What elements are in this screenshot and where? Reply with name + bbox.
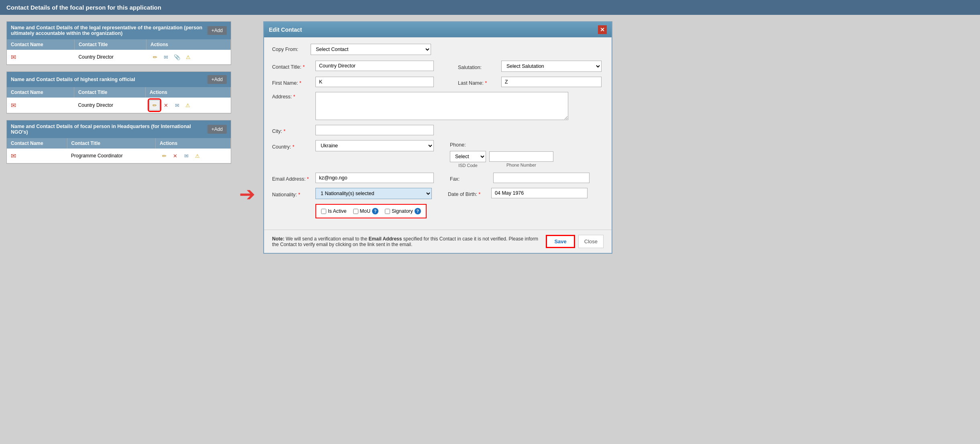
salutation-group: Salutation: Select Salutation Mr. Mrs. M… xyxy=(458,61,602,72)
add-legal-rep-button[interactable]: +Add xyxy=(207,26,227,35)
highest-ranking-table: Contact Name Contact Title Actions ✉ Cou… xyxy=(7,87,231,113)
col-contact-name-2: Contact Name xyxy=(7,87,74,98)
country-select[interactable]: Ukraine xyxy=(315,140,434,151)
note-section: Note: We will send a verification email … xyxy=(264,230,612,253)
add-focal-hq-button[interactable]: +Add xyxy=(207,125,227,134)
contact-name-cell-3: ✉ xyxy=(7,149,67,163)
envelope-button[interactable]: ✉ xyxy=(161,52,171,62)
envelope-icon-3: ✉ xyxy=(184,153,189,159)
dob-input[interactable] xyxy=(491,188,588,198)
col-contact-name: Contact Name xyxy=(7,39,75,50)
mou-label: MoU xyxy=(360,208,370,214)
warning-button-3[interactable]: ⚠ xyxy=(193,151,202,161)
checkboxes-group: Is Active MoU ? Signatory ? xyxy=(315,204,427,218)
city-input[interactable] xyxy=(315,125,434,135)
panel-highest-ranking-title: Name and Contact Details of highest rank… xyxy=(11,77,135,82)
phone-number-wrapper: Phone Number xyxy=(489,151,553,167)
contact-title-salutation-row: Contact Title: * Salutation: Select Salu… xyxy=(272,61,604,72)
col-actions-2: Actions xyxy=(145,87,230,98)
nationality-group: Nationality: * 1 Nationality(s) selected xyxy=(272,188,432,199)
col-contact-title-3: Contact Title xyxy=(67,138,156,149)
add-highest-ranking-button[interactable]: +Add xyxy=(207,75,227,84)
mou-help-icon[interactable]: ? xyxy=(372,208,378,214)
delete-button[interactable]: ✕ xyxy=(161,100,171,110)
contact-title-label: Contact Title: * xyxy=(272,62,312,70)
isd-wrapper: Select ISD Code xyxy=(450,151,486,168)
contact-name-cell-2: ✉ xyxy=(7,98,74,113)
modal-close-button[interactable]: ✕ xyxy=(598,25,607,34)
address-row: Address: * xyxy=(272,92,604,120)
warning-icon-2: ⚠ xyxy=(185,102,190,108)
envelope-button-2[interactable]: ✉ xyxy=(172,100,182,110)
contact-title-cell-3: Programme Coordinator xyxy=(67,149,156,163)
nationality-select[interactable]: 1 Nationality(s) selected xyxy=(315,188,432,199)
envelope-icon-2: ✉ xyxy=(175,102,179,108)
city-row: City: * xyxy=(272,125,604,135)
checkboxes-row-wrapper: Is Active MoU ? Signatory ? xyxy=(315,204,604,218)
last-name-input[interactable] xyxy=(501,77,602,87)
email-fax-row: Email Address: * Fax: xyxy=(272,173,604,183)
country-phone-row: Country: * Ukraine Phone: Select xyxy=(272,140,604,168)
copy-from-row: Copy From: Select Contact xyxy=(272,44,604,55)
warning-button[interactable]: ⚠ xyxy=(183,52,193,62)
delete-button-3[interactable]: ✕ xyxy=(171,151,180,161)
pencil-icon: ✏ xyxy=(153,54,157,60)
is-active-checkbox[interactable] xyxy=(321,209,326,214)
pencil-icon-2: ✏ xyxy=(152,102,157,108)
dob-group: Date of Birth: * xyxy=(448,188,588,198)
contact-title-input[interactable] xyxy=(315,61,434,71)
edit-button-3[interactable]: ✏ xyxy=(160,151,169,161)
panel-legal-rep: Name and Contact Details of the legal re… xyxy=(6,21,231,65)
copy-from-select[interactable]: Select Contact xyxy=(311,44,431,55)
edit-button[interactable]: ✏ xyxy=(150,52,160,62)
fax-input[interactable] xyxy=(493,173,590,183)
email-icon-3: ✉ xyxy=(11,153,16,159)
country-label: Country: * xyxy=(272,142,312,150)
pencil-icon-3: ✏ xyxy=(162,153,167,159)
attachment-button[interactable]: 📎 xyxy=(172,52,182,62)
col-contact-title: Contact Title xyxy=(75,39,146,50)
warning-button-2[interactable]: ⚠ xyxy=(183,100,193,110)
nationality-label: Nationality: * xyxy=(272,190,312,198)
mou-checkbox[interactable] xyxy=(353,209,358,214)
warning-icon-3: ⚠ xyxy=(195,153,200,159)
signatory-help-icon[interactable]: ? xyxy=(415,208,421,214)
col-contact-name-3: Contact Name xyxy=(7,138,67,149)
signatory-checkbox[interactable] xyxy=(385,209,390,214)
country-group: Country: * Ukraine xyxy=(272,140,434,151)
nationality-dob-row: Nationality: * 1 Nationality(s) selected… xyxy=(272,188,604,199)
contact-name-cell: ✉ xyxy=(7,50,75,65)
envelope-icon: ✉ xyxy=(164,54,168,60)
actions-cell: ✏ ✉ 📎 ⚠ xyxy=(146,50,230,65)
warning-icon: ⚠ xyxy=(186,54,191,60)
delete-icon: ✕ xyxy=(164,102,168,108)
isd-code-label: ISD Code xyxy=(458,163,478,168)
phone-number-label: Phone Number xyxy=(506,163,536,167)
address-textarea[interactable] xyxy=(315,92,568,120)
envelope-button-3[interactable]: ✉ xyxy=(181,151,191,161)
email-input[interactable] xyxy=(315,173,434,183)
address-label: Address: * xyxy=(272,92,312,100)
table-row: ✉ Country Director ✏ ✕ ✉ xyxy=(7,98,231,113)
first-name-group: First Name: * xyxy=(272,77,434,87)
right-arrow-icon: ➔ xyxy=(239,183,255,205)
salutation-select[interactable]: Select Salutation Mr. Mrs. Ms. Dr. xyxy=(501,61,602,72)
legal-rep-table: Contact Name Contact Title Actions ✉ Cou… xyxy=(7,39,231,65)
last-name-label: Last Name: * xyxy=(458,78,498,86)
last-name-group: Last Name: * xyxy=(458,77,602,87)
name-row: First Name: * Last Name: * xyxy=(272,77,604,87)
phone-number-input[interactable] xyxy=(489,151,553,162)
edit-contact-modal: Edit Contact ✕ Copy From: Select Contact… xyxy=(263,21,612,254)
edit-button-highlighted[interactable]: ✏ xyxy=(149,100,160,110)
fax-label: Fax: xyxy=(450,174,490,182)
close-button[interactable]: Close xyxy=(578,235,604,248)
phone-group: Phone: Select ISD Code Phone Number xyxy=(450,140,553,168)
modal-title: Edit Contact xyxy=(269,26,302,33)
modal-body: Copy From: Select Contact Contact Title:… xyxy=(264,37,612,230)
email-group: Email Address: * xyxy=(272,173,434,183)
panel-highest-ranking-header: Name and Contact Details of highest rank… xyxy=(7,72,231,87)
modal-actions: Save Close xyxy=(546,235,604,248)
first-name-input[interactable] xyxy=(315,77,434,87)
isd-select[interactable]: Select xyxy=(450,151,486,162)
save-button[interactable]: Save xyxy=(546,235,575,248)
